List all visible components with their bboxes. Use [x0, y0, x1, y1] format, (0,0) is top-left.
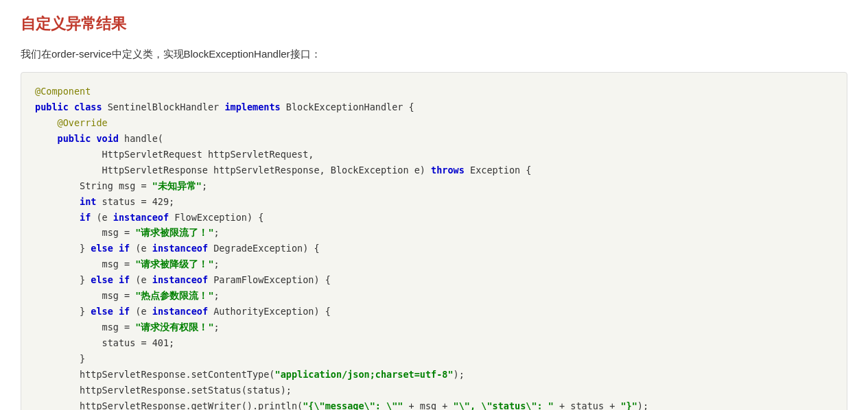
code-content: @Component public class SentinelBlockHan… [35, 84, 833, 410]
page-title: 自定义异常结果 [21, 14, 847, 34]
description: 我们在order-service中定义类，实现BlockExceptionHan… [21, 48, 847, 61]
code-block: @Component public class SentinelBlockHan… [21, 72, 847, 410]
